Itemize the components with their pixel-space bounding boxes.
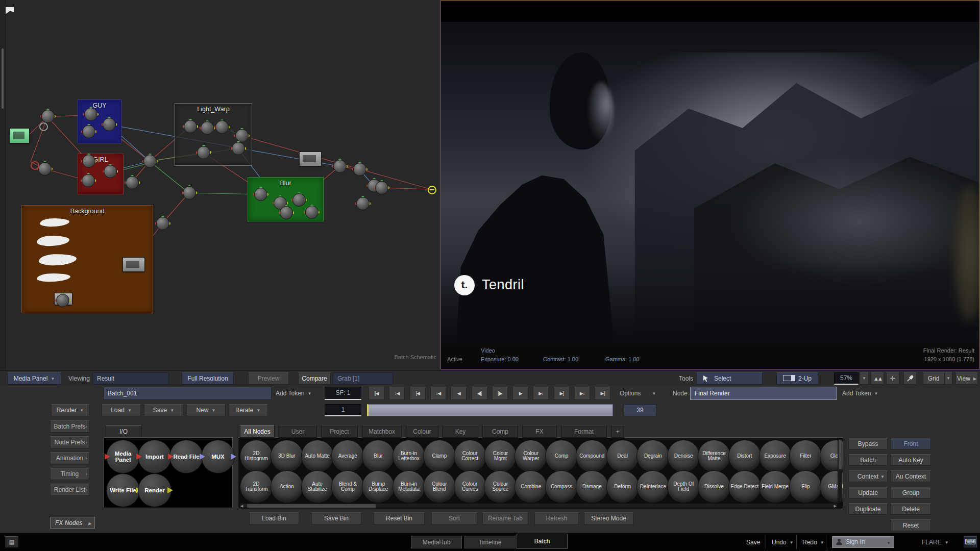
reset-bin-button[interactable]: Reset Bin xyxy=(374,512,425,524)
load-bin-button[interactable]: Load Bin xyxy=(249,512,299,524)
add-tab-button[interactable]: + xyxy=(611,425,624,438)
right-batch-button[interactable]: Batch xyxy=(848,454,888,466)
schematic-node[interactable] xyxy=(235,129,249,142)
transport-5-button[interactable]: ◀|| xyxy=(472,387,487,400)
batch-name-field[interactable]: Batch_001 xyxy=(103,387,272,400)
schematic-node[interactable] xyxy=(156,217,169,230)
load-button[interactable]: Load▼ xyxy=(102,404,141,416)
app-menu-icon[interactable]: ▤ xyxy=(5,536,18,547)
schematic-node[interactable] xyxy=(375,181,388,194)
palette-node-2d-transform[interactable]: 2D Transform xyxy=(240,470,273,503)
palette-node-comp[interactable]: Comp xyxy=(545,440,578,472)
schematic-node[interactable] xyxy=(82,155,95,168)
fit-view-icon[interactable]: ▲▲ xyxy=(871,372,884,385)
select-tool-button[interactable]: Select xyxy=(696,372,763,385)
palette-node-deal[interactable]: Deal xyxy=(606,440,639,472)
palette-node-compass[interactable]: Compass xyxy=(545,470,578,503)
clip-node[interactable] xyxy=(299,152,322,166)
io-node-import[interactable]: Import xyxy=(138,440,172,473)
palette-node-field-merge[interactable]: Field Merge xyxy=(759,470,792,503)
transport-7-button[interactable]: ▶ xyxy=(512,387,528,400)
palette-hscroll-thumb[interactable] xyxy=(247,504,376,508)
palette-node-flip[interactable]: Flip xyxy=(789,470,822,503)
node-add-token-button[interactable]: Add Token▼ xyxy=(842,390,878,397)
palette-node-bump-displace[interactable]: Bump Displace xyxy=(362,470,395,503)
end-frame-field[interactable]: 39 xyxy=(624,404,656,416)
tab-project[interactable]: Project xyxy=(321,425,358,438)
palette-node-damage[interactable]: Damage xyxy=(576,470,608,503)
transport-1-button[interactable]: ↓◀ xyxy=(389,387,405,400)
palette-node-2d-histogram[interactable]: 2D Histogram xyxy=(240,440,273,472)
zoom-dropdown[interactable]: ▼ xyxy=(860,372,869,385)
rename-tab-button[interactable]: Rename Tab xyxy=(482,512,528,524)
scroll-right-icon[interactable]: ▶ xyxy=(834,504,837,508)
link-ring[interactable] xyxy=(31,161,39,170)
right-duplicate-button[interactable]: Duplicate xyxy=(848,503,888,515)
tab-io[interactable]: I/O xyxy=(106,425,141,438)
full-resolution-button[interactable]: Full Resolution xyxy=(182,372,234,385)
schematic-node[interactable] xyxy=(356,197,370,210)
view-menu-button[interactable]: View▶ xyxy=(955,372,978,385)
schematic-node[interactable] xyxy=(183,186,196,199)
io-node-read-file[interactable]: Read File xyxy=(169,440,203,473)
save-button[interactable]: Save▼ xyxy=(144,404,183,416)
refresh-button[interactable]: Refresh xyxy=(534,512,579,524)
schematic-node[interactable] xyxy=(56,294,69,307)
zoom-level-field[interactable]: 57% xyxy=(834,372,859,385)
sidebar-item-timing[interactable]: Timing› xyxy=(50,468,89,480)
schematic-node[interactable] xyxy=(292,193,306,207)
sidebar-item-render-list[interactable]: Render List› xyxy=(50,484,89,496)
tab-comp[interactable]: Comp xyxy=(482,425,518,438)
transport-0-button[interactable]: ||◀ xyxy=(369,387,384,400)
options-button[interactable]: Options▼ xyxy=(620,390,656,397)
clip-node[interactable] xyxy=(9,128,30,143)
scroll-left-icon[interactable]: ◀ xyxy=(240,504,243,508)
iterate-button[interactable]: Iterate▼ xyxy=(229,404,268,416)
schematic-node[interactable] xyxy=(197,146,210,159)
flare-menu-button[interactable]: FLARE▼ xyxy=(922,539,949,546)
context-indicator-icon[interactable] xyxy=(428,186,436,194)
schematic-node[interactable] xyxy=(353,163,366,176)
canvas-scrollbar-thumb[interactable] xyxy=(2,48,4,109)
link-ring[interactable] xyxy=(39,122,48,131)
two-up-layout-button[interactable]: 2-Up xyxy=(776,372,818,385)
palette-node-burn-in-metadata[interactable]: Burn-in Metadata xyxy=(393,470,425,503)
schematic-node[interactable] xyxy=(103,118,116,131)
right-update-button[interactable]: Update xyxy=(848,487,888,498)
transport-6-button[interactable]: ||▶ xyxy=(492,387,508,400)
right-auto-key-button[interactable]: Auto Key xyxy=(891,454,931,466)
add-token-button[interactable]: Add Token▼ xyxy=(276,390,311,397)
palette-node-clamp[interactable]: Clamp xyxy=(423,440,456,472)
transport-3-button[interactable]: ↓◀ xyxy=(430,387,446,400)
palette-node-degrain[interactable]: Degrain xyxy=(636,440,669,472)
save-menu-button[interactable]: Save xyxy=(746,539,760,546)
palette-node-exposure[interactable]: Exposure xyxy=(759,440,792,472)
schematic-node[interactable] xyxy=(82,125,95,138)
schematic-node[interactable] xyxy=(201,121,214,135)
schematic-node[interactable] xyxy=(82,174,95,187)
sidebar-item-node-prefs[interactable]: Node Prefs› xyxy=(50,436,89,448)
compare-button[interactable]: Compare xyxy=(298,372,331,385)
workspace-tab-batch[interactable]: Batch xyxy=(517,534,568,549)
palette-node-depth-of-field[interactable]: Depth Of Field xyxy=(667,470,700,503)
tab-format[interactable]: Format xyxy=(561,425,607,438)
schematic-node[interactable] xyxy=(280,206,293,219)
palette-node-filter[interactable]: Filter xyxy=(789,440,822,472)
schematic-node[interactable] xyxy=(232,142,245,155)
palette-node-colour-source[interactable]: Colour Source xyxy=(484,470,517,503)
redo-button[interactable]: Redo▼ xyxy=(802,539,824,546)
palette-node-auto-matte[interactable]: Auto Matte xyxy=(301,440,334,472)
palette-node-deinterlace[interactable]: DeInterlace xyxy=(636,470,669,503)
palette-node-distort[interactable]: Distort xyxy=(728,440,761,472)
viewport[interactable]: t. Tendril Active Video Exposure: 0.00 C… xyxy=(440,0,980,369)
stereo-mode-button[interactable]: Stereo Mode xyxy=(584,512,633,524)
palette-node-deform[interactable]: Deform xyxy=(606,470,639,503)
workspace-tab-mediahub[interactable]: MediaHub xyxy=(411,536,462,548)
schematic-node[interactable] xyxy=(215,120,229,134)
palette-node-colour-correct[interactable]: Colour Correct xyxy=(454,440,486,472)
palette-vscroll-thumb[interactable] xyxy=(839,440,842,469)
grid-dropdown[interactable]: ▼ xyxy=(944,372,952,385)
right-group-button[interactable]: Group xyxy=(891,487,931,498)
palette-node-colour-mgmt[interactable]: Colour Mgmt xyxy=(484,440,517,472)
fx-nodes-button[interactable]: FX Nodes▶ xyxy=(50,517,95,529)
